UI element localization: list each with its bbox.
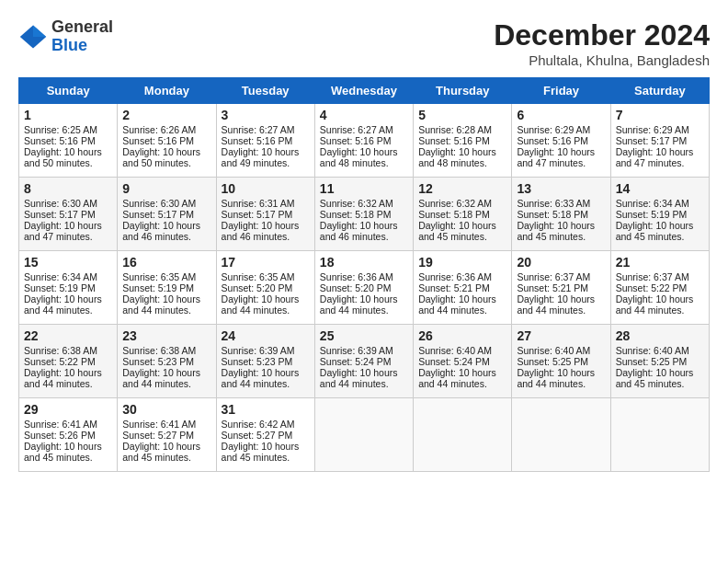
- day-number: 27: [517, 328, 605, 343]
- calendar-cell: 24 Sunrise: 6:39 AM Sunset: 5:23 PM Dayl…: [216, 325, 314, 398]
- sunrise-label: Sunrise: 6:34 AM: [24, 271, 97, 282]
- sunset-label: Sunset: 5:25 PM: [616, 356, 688, 367]
- col-tuesday: Tuesday: [216, 78, 314, 104]
- day-number: 5: [418, 108, 506, 122]
- sunset-label: Sunset: 5:17 PM: [222, 209, 293, 220]
- col-thursday: Thursday: [414, 78, 512, 104]
- day-number: 23: [122, 328, 210, 343]
- day-number: 9: [122, 181, 210, 196]
- daylight-label: Daylight: 10 hours and 48 minutes.: [320, 146, 398, 168]
- day-number: 7: [616, 108, 704, 122]
- calendar-cell: 13 Sunrise: 6:33 AM Sunset: 5:18 PM Dayl…: [512, 178, 610, 251]
- day-number: 18: [320, 255, 408, 270]
- day-number: 11: [320, 181, 408, 196]
- day-number: 24: [222, 328, 310, 343]
- calendar-header: Sunday Monday Tuesday Wednesday Thursday…: [19, 78, 710, 104]
- calendar-cell: 25 Sunrise: 6:39 AM Sunset: 5:24 PM Dayl…: [314, 325, 413, 398]
- calendar-cell: 5 Sunrise: 6:28 AM Sunset: 5:16 PM Dayli…: [414, 104, 512, 178]
- calendar-cell: 4 Sunrise: 6:27 AM Sunset: 5:16 PM Dayli…: [314, 104, 413, 178]
- day-number: 29: [24, 402, 112, 417]
- calendar-cell: 17 Sunrise: 6:35 AM Sunset: 5:20 PM Dayl…: [216, 251, 314, 325]
- sunrise-label: Sunrise: 6:35 AM: [122, 271, 196, 282]
- calendar-cell: 26 Sunrise: 6:40 AM Sunset: 5:24 PM Dayl…: [414, 325, 512, 398]
- sunset-label: Sunset: 5:21 PM: [517, 282, 588, 293]
- day-number: 10: [222, 181, 310, 196]
- sunrise-label: Sunrise: 6:29 AM: [517, 124, 590, 135]
- daylight-label: Daylight: 10 hours and 44 minutes.: [418, 367, 496, 389]
- col-monday: Monday: [118, 78, 216, 104]
- day-number: 15: [24, 255, 112, 270]
- day-number: 19: [418, 255, 506, 270]
- calendar-cell: 20 Sunrise: 6:37 AM Sunset: 5:21 PM Dayl…: [512, 251, 610, 325]
- sunrise-label: Sunrise: 6:40 AM: [517, 345, 590, 356]
- calendar-row: 8 Sunrise: 6:30 AM Sunset: 5:17 PM Dayli…: [19, 178, 710, 251]
- calendar-cell: 7 Sunrise: 6:29 AM Sunset: 5:17 PM Dayli…: [610, 104, 709, 178]
- calendar-row: 15 Sunrise: 6:34 AM Sunset: 5:19 PM Dayl…: [19, 251, 710, 325]
- daylight-label: Daylight: 10 hours and 50 minutes.: [24, 146, 102, 168]
- daylight-label: Daylight: 10 hours and 44 minutes.: [517, 367, 595, 389]
- daylight-label: Daylight: 10 hours and 45 minutes.: [24, 441, 102, 463]
- day-number: 31: [222, 402, 310, 417]
- sunrise-label: Sunrise: 6:27 AM: [222, 124, 295, 135]
- sunrise-label: Sunrise: 6:29 AM: [616, 124, 689, 135]
- daylight-label: Daylight: 10 hours and 46 minutes.: [320, 220, 398, 242]
- day-number: 16: [122, 255, 210, 270]
- calendar-cell: 12 Sunrise: 6:32 AM Sunset: 5:18 PM Dayl…: [414, 178, 512, 251]
- sunset-label: Sunset: 5:16 PM: [418, 135, 490, 146]
- sunset-label: Sunset: 5:17 PM: [616, 135, 688, 146]
- daylight-label: Daylight: 10 hours and 44 minutes.: [222, 367, 300, 389]
- sunset-label: Sunset: 5:17 PM: [122, 209, 194, 220]
- sunset-label: Sunset: 5:20 PM: [320, 282, 392, 293]
- calendar-cell: 28 Sunrise: 6:40 AM Sunset: 5:25 PM Dayl…: [610, 325, 709, 398]
- sunset-label: Sunset: 5:26 PM: [24, 430, 96, 441]
- daylight-label: Daylight: 10 hours and 44 minutes.: [122, 293, 200, 316]
- sunset-label: Sunset: 5:19 PM: [616, 209, 688, 220]
- svg-marker-1: [33, 25, 46, 36]
- daylight-label: Daylight: 10 hours and 44 minutes.: [320, 367, 398, 389]
- day-number: 21: [616, 255, 704, 270]
- day-number: 1: [24, 108, 112, 122]
- sunset-label: Sunset: 5:20 PM: [222, 282, 293, 293]
- day-number: 30: [122, 402, 210, 417]
- sunrise-label: Sunrise: 6:40 AM: [418, 345, 492, 356]
- sunrise-label: Sunrise: 6:36 AM: [418, 271, 492, 282]
- calendar-row: 29 Sunrise: 6:41 AM Sunset: 5:26 PM Dayl…: [19, 398, 710, 472]
- day-number: 8: [24, 181, 112, 196]
- calendar-cell: 30 Sunrise: 6:41 AM Sunset: 5:27 PM Dayl…: [118, 398, 216, 472]
- calendar-cell: 18 Sunrise: 6:36 AM Sunset: 5:20 PM Dayl…: [314, 251, 413, 325]
- logo-icon: [18, 22, 48, 52]
- day-number: 28: [616, 328, 704, 343]
- sunset-label: Sunset: 5:16 PM: [122, 135, 194, 146]
- calendar-cell: 15 Sunrise: 6:34 AM Sunset: 5:19 PM Dayl…: [19, 251, 118, 325]
- calendar-cell: [610, 398, 709, 472]
- calendar-row: 1 Sunrise: 6:25 AM Sunset: 5:16 PM Dayli…: [19, 104, 710, 178]
- sunrise-label: Sunrise: 6:39 AM: [320, 345, 393, 356]
- sunset-label: Sunset: 5:19 PM: [122, 282, 194, 293]
- calendar-body: 1 Sunrise: 6:25 AM Sunset: 5:16 PM Dayli…: [19, 104, 710, 472]
- sunset-label: Sunset: 5:24 PM: [320, 356, 392, 367]
- calendar-cell: 23 Sunrise: 6:38 AM Sunset: 5:23 PM Dayl…: [118, 325, 216, 398]
- calendar-cell: 31 Sunrise: 6:42 AM Sunset: 5:27 PM Dayl…: [216, 398, 314, 472]
- daylight-label: Daylight: 10 hours and 45 minutes.: [517, 220, 595, 242]
- col-wednesday: Wednesday: [314, 78, 413, 104]
- sunset-label: Sunset: 5:23 PM: [222, 356, 293, 367]
- calendar-cell: 1 Sunrise: 6:25 AM Sunset: 5:16 PM Dayli…: [19, 104, 118, 178]
- calendar-cell: 27 Sunrise: 6:40 AM Sunset: 5:25 PM Dayl…: [512, 325, 610, 398]
- calendar-cell: 9 Sunrise: 6:30 AM Sunset: 5:17 PM Dayli…: [118, 178, 216, 251]
- calendar-cell: 6 Sunrise: 6:29 AM Sunset: 5:16 PM Dayli…: [512, 104, 610, 178]
- location: Phultala, Khulna, Bangladesh: [494, 52, 710, 68]
- day-number: 3: [222, 108, 310, 122]
- calendar-cell: 8 Sunrise: 6:30 AM Sunset: 5:17 PM Dayli…: [19, 178, 118, 251]
- sunset-label: Sunset: 5:27 PM: [122, 430, 194, 441]
- daylight-label: Daylight: 10 hours and 44 minutes.: [122, 367, 200, 389]
- daylight-label: Daylight: 10 hours and 47 minutes.: [517, 146, 595, 168]
- sunrise-label: Sunrise: 6:40 AM: [616, 345, 689, 356]
- sunrise-label: Sunrise: 6:39 AM: [222, 345, 295, 356]
- sunrise-label: Sunrise: 6:31 AM: [222, 198, 295, 209]
- calendar-cell: 29 Sunrise: 6:41 AM Sunset: 5:26 PM Dayl…: [19, 398, 118, 472]
- sunrise-label: Sunrise: 6:30 AM: [122, 198, 196, 209]
- daylight-label: Daylight: 10 hours and 44 minutes.: [418, 293, 496, 316]
- daylight-label: Daylight: 10 hours and 44 minutes.: [517, 293, 595, 316]
- sunrise-label: Sunrise: 6:30 AM: [24, 198, 97, 209]
- daylight-label: Daylight: 10 hours and 46 minutes.: [122, 220, 200, 242]
